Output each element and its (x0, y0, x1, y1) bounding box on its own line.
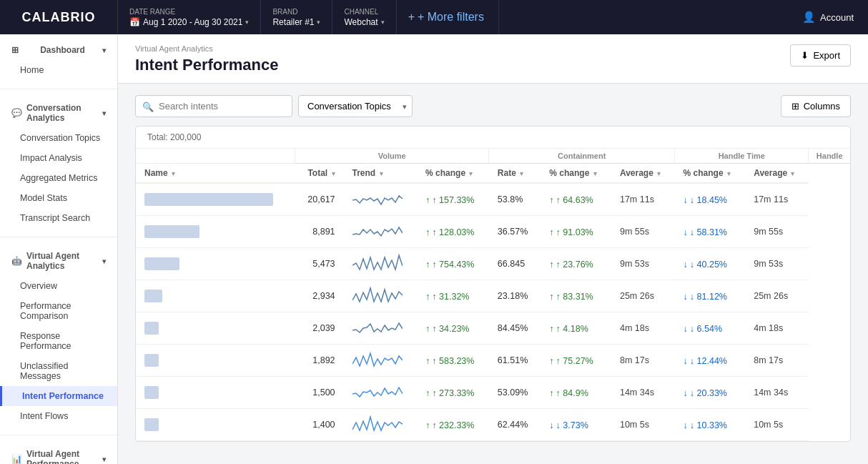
cell-avg-handle: 14m 34s (611, 377, 675, 409)
cell-pct-change-vol: ↑ 232.33% (417, 409, 489, 441)
cell-pct-change-handle: ↓ 40.25% (675, 248, 746, 280)
col-header-pct-change-handle[interactable]: % change ▾ (675, 164, 746, 184)
col-group-handle-time: Handle Time (675, 149, 809, 164)
date-caret-icon: ▾ (245, 19, 249, 26)
vap-icon: 📊 (11, 454, 22, 464)
cell-trend (344, 312, 418, 345)
search-input[interactable] (135, 95, 292, 117)
sidebar: ⊞ Dashboard ▾ Home 💬 Conversation Analyt… (0, 34, 118, 464)
column-group-header-row: Volume Containment Handle Time Handle (136, 149, 850, 164)
cell-rate: 36.57% (489, 216, 541, 248)
sidebar-item-dashboard[interactable]: ⊞ Dashboard ▾ (0, 40, 117, 60)
col-header-trend[interactable]: Trend ▾ (344, 164, 418, 184)
cell-trend (344, 248, 418, 280)
cell-rate: 23.18% (489, 280, 541, 312)
sidebar-item-virtual-agent-performance[interactable]: 📊 Virtual Agent Performance ▾ (0, 444, 117, 464)
plus-icon: + (408, 11, 415, 24)
cell-handle-avg: 4m 18s (745, 312, 809, 345)
brand-value: Retailer #1 ▾ (272, 17, 320, 27)
channel-filter[interactable]: Channel Webchat ▾ (332, 0, 396, 34)
cell-avg-handle: 4m 18s (611, 312, 675, 345)
col-header-pct-change-cont[interactable]: % change ▾ (541, 164, 611, 184)
date-range-filter[interactable]: Date range 📅 Aug 1 2020 - Aug 30 2021 ▾ (118, 0, 261, 34)
calendar-icon: 📅 (129, 17, 140, 27)
export-icon: ⬇ (801, 50, 809, 61)
sidebar-item-home[interactable]: Home (0, 60, 117, 80)
export-button[interactable]: ⬇ Export (790, 44, 851, 66)
table-row: 1,400↑ 232.33%62.44%↓ 3.73%10m 5s↓ 10.33… (136, 409, 850, 441)
cell-name (136, 280, 295, 312)
sidebar-item-performance-comparison[interactable]: Performance Comparison (0, 296, 117, 326)
brand-filter[interactable]: Brand Retailer #1 ▾ (261, 0, 332, 34)
table-row: 2,039↑ 34.23%84.45%↑ 4.18%4m 18s↓ 6.54%4… (136, 312, 850, 345)
cell-pct-change-vol: ↑ 31.32% (417, 280, 489, 312)
sidebar-item-transcript-search[interactable]: Transcript Search (0, 208, 117, 228)
table-body: 20,617↑ 157.33%53.8%↑ 64.63%17m 11s↓ 18.… (136, 183, 850, 441)
content-area: 🔍 Conversation Topics ⊞ Columns Total: 2… (118, 84, 868, 453)
brand-caret-icon: ▾ (317, 19, 320, 26)
cell-total: 2,934 (295, 280, 344, 312)
cell-trend (344, 409, 418, 441)
sidebar-item-vaa-overview[interactable]: Overview (0, 276, 117, 296)
columns-button[interactable]: ⊞ Columns (781, 95, 851, 117)
table-row: 2,934↑ 31.32%23.18%↑ 83.31%25m 26s↓ 81.1… (136, 280, 850, 312)
cell-total: 1,892 (295, 345, 344, 377)
cell-name (136, 345, 295, 377)
cell-pct-change-handle: ↓ 58.31% (675, 216, 746, 248)
sidebar-item-response-performance[interactable]: Response Performance (0, 326, 117, 356)
sidebar-item-virtual-agent-analytics[interactable]: 🤖 Virtual Agent Analytics ▾ (0, 246, 117, 276)
data-table-container: Total: 200,000 Volume Containment Handle… (135, 126, 851, 442)
cell-rate: 62.44% (489, 409, 541, 441)
account-menu[interactable]: 👤 Account (788, 0, 868, 34)
table-total: Total: 200,000 (136, 127, 850, 149)
brand-label: Brand (272, 8, 320, 16)
col-header-rate[interactable]: Rate ▾ (489, 164, 541, 184)
col-group-name (136, 149, 295, 164)
cell-pct-change-cont: ↑ 4.18% (541, 312, 611, 345)
cell-rate: 84.45% (489, 312, 541, 345)
cell-pct-change-vol: ↑ 273.33% (417, 377, 489, 409)
table-row: 5,473↑ 754.43%66.845↑ 23.76%9m 53s↓ 40.2… (136, 248, 850, 280)
conv-analytics-chevron-icon: ▾ (102, 109, 106, 117)
sidebar-item-conversation-topics[interactable]: Conversation Topics (0, 128, 117, 148)
more-filters-button[interactable]: + + More filters (397, 0, 499, 34)
topic-select[interactable]: Conversation Topics (298, 95, 413, 117)
cell-trend (344, 183, 418, 216)
col-header-name[interactable]: Name ▾ (136, 164, 295, 184)
toolbar: 🔍 Conversation Topics ⊞ Columns (135, 95, 851, 117)
cell-pct-change-vol: ↑ 34.23% (417, 312, 489, 345)
cell-name (136, 248, 295, 280)
col-header-pct-change-vol[interactable]: % change ▾ (417, 164, 489, 184)
pct-cont-sort-icon: ▾ (593, 170, 597, 177)
sidebar-item-intent-flows[interactable]: Intent Flows (0, 406, 117, 426)
cell-pct-change-cont: ↑ 91.03% (541, 216, 611, 248)
sidebar-item-conversation-analytics[interactable]: 💬 Conversation Analytics ▾ (0, 98, 117, 128)
cell-pct-change-cont: ↓ 3.73% (541, 409, 611, 441)
cell-pct-change-cont: ↑ 83.31% (541, 280, 611, 312)
handle-avg-sort-icon: ▾ (791, 170, 794, 177)
cell-pct-change-cont: ↑ 75.27% (541, 345, 611, 377)
sidebar-item-aggregated-metrics[interactable]: Aggregated Metrics (0, 168, 117, 188)
vap-chevron-icon: ▾ (102, 455, 106, 463)
cell-pct-change-vol: ↑ 583.23% (417, 345, 489, 377)
cell-avg-handle: 17m 11s (611, 183, 675, 216)
col-header-avg-handle[interactable]: Average ▾ (611, 164, 675, 184)
breadcrumb: Virtual Agent Analytics (135, 44, 279, 53)
sidebar-item-intent-performance[interactable]: Intent Performance (0, 386, 117, 406)
cell-handle-avg: 14m 34s (745, 377, 809, 409)
pct-vol-sort-icon: ▾ (469, 170, 473, 177)
cell-handle-avg: 9m 55s (745, 216, 809, 248)
sidebar-section-virtual-agent-analytics: 🤖 Virtual Agent Analytics ▾ Overview Per… (0, 240, 117, 432)
cell-pct-change-handle: ↓ 6.54% (675, 312, 746, 345)
columns-icon: ⊞ (791, 101, 799, 112)
sidebar-item-impact-analysis[interactable]: Impact Analysis (0, 148, 117, 168)
cell-pct-change-cont: ↑ 64.63% (541, 183, 611, 216)
cell-pct-change-handle: ↓ 81.12% (675, 280, 746, 312)
sidebar-item-model-stats[interactable]: Model Stats (0, 188, 117, 208)
col-header-total[interactable]: Total ▾ (295, 164, 344, 184)
cell-handle-avg: 9m 53s (745, 248, 809, 280)
col-header-handle-avg[interactable]: Average ▾ (745, 164, 809, 184)
cell-pct-change-handle: ↓ 20.33% (675, 377, 746, 409)
sidebar-section-conversation-analytics: 💬 Conversation Analytics ▾ Conversation … (0, 92, 117, 234)
sidebar-item-unclassified-messages[interactable]: Unclassified Messages (0, 356, 117, 386)
